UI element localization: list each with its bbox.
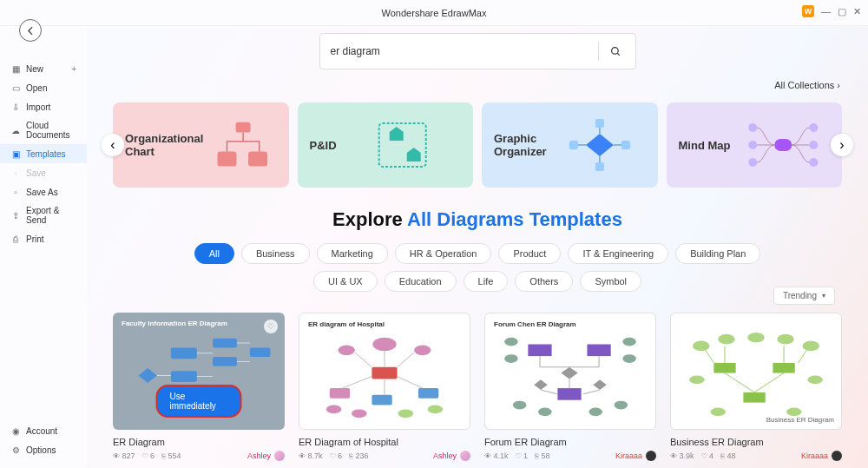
- svg-point-51: [693, 341, 709, 352]
- svg-rect-6: [569, 141, 578, 149]
- svg-rect-49: [773, 363, 794, 373]
- avatar: [832, 451, 842, 461]
- template-name: ER Diagram of Hospital: [299, 437, 470, 447]
- heart-icon: ♡: [701, 452, 707, 460]
- carousel-prev-button[interactable]: ‹: [102, 134, 124, 156]
- svg-point-47: [615, 401, 628, 410]
- chip-life[interactable]: Life: [464, 271, 509, 292]
- category-org-chart[interactable]: Organizational Chart: [113, 102, 289, 188]
- template-thumbnail[interactable]: ER diagram of Hospital: [299, 313, 470, 430]
- import-icon: ⇩: [10, 102, 21, 112]
- svg-rect-2: [218, 152, 237, 167]
- chip-business[interactable]: Business: [241, 243, 310, 264]
- sidebar-item-new[interactable]: ▦New +: [0, 59, 87, 78]
- svg-point-57: [807, 376, 823, 385]
- svg-marker-39: [593, 379, 607, 390]
- back-button[interactable]: [19, 19, 42, 42]
- templates-icon: ▣: [10, 148, 21, 159]
- avatar: [274, 451, 285, 461]
- chip-uiux[interactable]: UI & UX: [313, 271, 378, 292]
- search-button[interactable]: [608, 46, 625, 57]
- sidebar-item-import[interactable]: ⇩Import: [0, 97, 87, 116]
- svg-rect-7: [621, 141, 630, 149]
- trending-dropdown[interactable]: Trending ▾: [773, 287, 835, 305]
- svg-point-56: [689, 376, 705, 385]
- svg-point-42: [622, 338, 636, 346]
- template-name: Forum ER Diagram: [484, 437, 656, 447]
- chip-education[interactable]: Education: [385, 271, 457, 292]
- svg-marker-38: [534, 379, 548, 390]
- divider: [598, 42, 599, 61]
- svg-point-29: [414, 345, 431, 355]
- svg-marker-17: [138, 368, 156, 383]
- plus-box-icon: ▦: [10, 63, 21, 74]
- chip-marketing[interactable]: Marketing: [317, 243, 388, 264]
- svg-rect-34: [528, 345, 551, 357]
- copy-icon: ⎘: [161, 452, 166, 460]
- svg-rect-22: [250, 347, 271, 357]
- svg-point-28: [339, 345, 355, 355]
- sidebar-item-account[interactable]: ◉Account: [0, 421, 87, 440]
- close-button[interactable]: ✕: [853, 6, 861, 17]
- template-author[interactable]: Kiraaaa: [801, 451, 842, 461]
- sidebar-item-templates[interactable]: ▣Templates: [0, 144, 87, 163]
- chip-building[interactable]: Building Plan: [675, 243, 760, 264]
- search-input[interactable]: [331, 45, 589, 57]
- chip-others[interactable]: Others: [515, 271, 573, 292]
- template-card: Faculty Information ER Diagram ♡ Use imm…: [113, 313, 285, 461]
- svg-rect-26: [418, 388, 438, 399]
- svg-point-52: [718, 334, 734, 345]
- svg-rect-23: [372, 367, 397, 379]
- chip-all[interactable]: All: [194, 243, 234, 264]
- svg-point-33: [428, 405, 444, 414]
- svg-point-59: [786, 407, 802, 416]
- saveas-icon: ▫: [10, 187, 21, 197]
- template-thumbnail[interactable]: Business ER Diagram: [670, 313, 842, 430]
- export-icon: ⇪: [10, 210, 21, 221]
- carousel-next-button[interactable]: ›: [831, 134, 853, 156]
- template-author[interactable]: Ashley: [433, 451, 470, 461]
- svg-rect-9: [595, 162, 604, 171]
- maximize-button[interactable]: ▢: [838, 6, 846, 17]
- svg-rect-10: [775, 139, 792, 151]
- svg-rect-20: [213, 339, 237, 348]
- category-pid[interactable]: P&ID: [298, 102, 474, 188]
- template-thumbnail[interactable]: Faculty Information ER Diagram ♡ Use imm…: [113, 313, 285, 430]
- chip-it[interactable]: IT & Engineering: [568, 243, 668, 264]
- chip-hr[interactable]: HR & Operation: [395, 243, 492, 264]
- sidebar-item-saveas[interactable]: ▫Save As: [0, 182, 87, 201]
- svg-point-15: [810, 141, 819, 149]
- svg-point-58: [710, 407, 726, 416]
- chevron-down-icon: ▾: [822, 292, 825, 300]
- avatar: [646, 451, 656, 461]
- plus-icon[interactable]: +: [71, 64, 76, 74]
- sidebar-item-options[interactable]: ⚙Options: [0, 440, 87, 459]
- sidebar-item-export[interactable]: ⇪Export & Send: [0, 201, 87, 229]
- category-graphic-organizer[interactable]: Graphic Organizer: [482, 102, 658, 188]
- template-author[interactable]: Kiraaaa: [615, 451, 656, 461]
- filter-chips-row2: UI & UX Education Life Others Symbol: [139, 271, 816, 292]
- svg-rect-18: [171, 347, 197, 359]
- sidebar-item-cloud[interactable]: ☁Cloud Documents: [0, 116, 87, 144]
- svg-rect-21: [213, 357, 237, 366]
- template-card: Forum Chen ER Diagram Forum ER Diagram 👁…: [484, 313, 656, 461]
- account-icon: ◉: [10, 425, 21, 436]
- template-author[interactable]: Ashley: [247, 451, 285, 461]
- template-thumbnail[interactable]: Forum Chen ER Diagram: [484, 313, 656, 430]
- chip-product[interactable]: Product: [498, 243, 561, 264]
- use-immediately-button[interactable]: Use immediately: [156, 385, 242, 418]
- cloud-icon: ☁: [10, 125, 21, 135]
- template-card: Business ER Diagram Business ER Diagram …: [670, 313, 842, 461]
- svg-point-45: [538, 407, 552, 416]
- chevron-right-icon: ›: [837, 80, 840, 90]
- minimize-button[interactable]: —: [821, 6, 831, 16]
- svg-point-44: [513, 401, 527, 410]
- svg-rect-8: [595, 119, 604, 128]
- heart-icon: ♡: [516, 452, 522, 460]
- chip-symbol[interactable]: Symbol: [580, 271, 641, 292]
- explore-heading: Explore All Diagrams Templates: [87, 208, 868, 231]
- sidebar-item-print[interactable]: ⎙Print: [0, 229, 87, 248]
- all-collections-link[interactable]: All Collections ›: [774, 80, 840, 90]
- sidebar-item-open[interactable]: ▭Open: [0, 78, 87, 97]
- category-mind-map[interactable]: Mind Map: [667, 102, 843, 188]
